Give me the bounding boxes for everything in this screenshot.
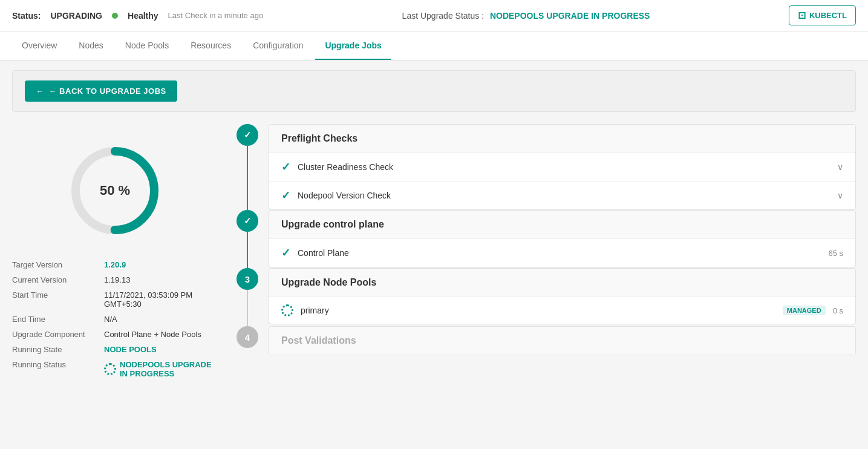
- step-connector: ✓: [232, 124, 263, 210]
- tab-upgrade-jobs[interactable]: Upgrade Jobs: [315, 32, 391, 60]
- step-connector: 4: [232, 326, 263, 348]
- step-circle: ✓: [237, 210, 258, 232]
- top-bar: Status: UPGRADING Healthy Last Check in …: [0, 0, 868, 31]
- step-item: primaryMANAGED0 s: [269, 297, 855, 324]
- tab-resources[interactable]: Resources: [181, 32, 241, 60]
- back-bar: ← ← BACK TO UPGRADE JOBS: [12, 70, 856, 112]
- tab-nodes[interactable]: Nodes: [69, 32, 113, 60]
- step-circle: 3: [237, 268, 258, 290]
- status-value: UPGRADING: [50, 11, 102, 21]
- step-header: Post Validations: [269, 327, 855, 355]
- step-card: Upgrade Node PoolsprimaryMANAGED0 s: [269, 268, 856, 324]
- donut-container: 50 %: [12, 124, 218, 257]
- step-item: ✓Nodepool Version Check∨: [269, 181, 855, 209]
- tab-node-pools[interactable]: Node Pools: [116, 32, 178, 60]
- step-connector: ✓: [232, 210, 263, 268]
- info-key: Current Version: [12, 275, 97, 284]
- info-row: Running StatusNODEPOOLS UPGRADE IN PROGR…: [12, 357, 218, 381]
- info-row: Current Version1.19.13: [12, 272, 218, 287]
- info-value[interactable]: NODE POOLS: [104, 345, 157, 354]
- back-to-upgrade-jobs-button[interactable]: ← ← BACK TO UPGRADE JOBS: [25, 80, 177, 102]
- step-line: [247, 146, 248, 210]
- step-header: Upgrade Node Pools: [269, 269, 855, 297]
- step-post-validations: 4Post Validations: [232, 326, 856, 355]
- info-value: 1.19.13: [104, 275, 130, 284]
- step-preflight: ✓Preflight Checks✓Cluster Readiness Chec…: [232, 124, 856, 210]
- nav-tabs: OverviewNodesNode PoolsResourcesConfigur…: [0, 31, 868, 61]
- expand-icon[interactable]: ∨: [837, 191, 843, 200]
- check-icon: ✓: [281, 246, 290, 260]
- step-item-label: Nodepool Version Check: [298, 191, 830, 200]
- step-card: Preflight Checks✓Cluster Readiness Check…: [269, 124, 856, 210]
- step-line: [247, 232, 248, 268]
- step-line: [247, 290, 248, 326]
- info-key: Start Time: [12, 290, 97, 309]
- step-circle: ✓: [237, 124, 258, 146]
- info-key: End Time: [12, 315, 97, 324]
- kubectl-button[interactable]: ⊡ KUBECTL: [789, 5, 856, 25]
- info-value[interactable]: NODEPOOLS UPGRADE IN PROGRESS: [104, 360, 218, 378]
- info-row: Target Version1.20.9: [12, 257, 218, 272]
- info-key: Target Version: [12, 260, 97, 269]
- donut-center-label: 50 %: [100, 183, 130, 198]
- upgrade-status-label: Last Upgrade Status :: [402, 11, 484, 21]
- spinner-icon: [104, 363, 116, 375]
- info-key: Running Status: [12, 360, 97, 378]
- health-dot: [112, 13, 118, 19]
- step-item-label: Control Plane: [298, 248, 821, 258]
- step-item-label: primary: [301, 306, 771, 315]
- step-node-pools: 3Upgrade Node PoolsprimaryMANAGED0 s: [232, 268, 856, 326]
- info-row: Start Time11/17/2021, 03:53:09 PM GMT+5:…: [12, 287, 218, 312]
- info-table: Target Version1.20.9Current Version1.19.…: [12, 257, 218, 381]
- right-panel: ✓Preflight Checks✓Cluster Readiness Chec…: [232, 124, 856, 355]
- status-label: Status:: [12, 11, 41, 21]
- check-icon: ✓: [281, 160, 290, 174]
- step-item-time: 65 s: [828, 249, 843, 258]
- expand-icon[interactable]: ∨: [837, 162, 843, 172]
- info-key: Upgrade Component: [12, 330, 97, 339]
- back-button-label: ← BACK TO UPGRADE JOBS: [49, 87, 166, 96]
- info-value: Control Plane + Node Pools: [104, 330, 201, 339]
- kubectl-icon: ⊡: [798, 10, 806, 21]
- left-panel: 50 % Target Version1.20.9Current Version…: [12, 124, 218, 381]
- last-check: Last Check in a minute ago: [168, 11, 264, 20]
- upgrade-status-value: NODEPOOLS UPGRADE IN PROGRESS: [490, 11, 650, 21]
- step-card: Post Validations: [269, 326, 856, 355]
- step-control-plane: ✓Upgrade control plane✓Control Plane65 s: [232, 210, 856, 268]
- back-arrow-icon: ←: [36, 87, 44, 96]
- step-item: ✓Control Plane65 s: [269, 238, 855, 267]
- main-content: ← ← BACK TO UPGRADE JOBS 50 % Target Ver…: [0, 61, 868, 391]
- spinner-icon: [281, 304, 293, 316]
- kubectl-label: KUBECTL: [809, 11, 847, 20]
- tab-overview[interactable]: Overview: [12, 32, 67, 60]
- content-row: 50 % Target Version1.20.9Current Version…: [12, 124, 856, 381]
- step-item-label: Cluster Readiness Check: [298, 162, 830, 172]
- step-circle: 4: [237, 326, 258, 348]
- step-connector: 3: [232, 268, 263, 326]
- info-key: Running State: [12, 345, 97, 354]
- info-value: 11/17/2021, 03:53:09 PM GMT+5:30: [104, 290, 218, 309]
- info-row: Upgrade ComponentControl Plane + Node Po…: [12, 327, 218, 342]
- info-value[interactable]: 1.20.9: [104, 260, 126, 269]
- info-row: End TimeN/A: [12, 312, 218, 327]
- step-item-time: 0 s: [833, 306, 843, 315]
- info-value-text: NODEPOOLS UPGRADE IN PROGRESS: [120, 360, 218, 378]
- health-text: Healthy: [128, 11, 158, 21]
- tab-configuration[interactable]: Configuration: [243, 32, 313, 60]
- step-card: Upgrade control plane✓Control Plane65 s: [269, 210, 856, 267]
- step-header: Preflight Checks: [269, 125, 855, 152]
- info-value: N/A: [104, 315, 117, 324]
- step-header: Upgrade control plane: [269, 211, 855, 238]
- check-icon: ✓: [281, 189, 290, 202]
- info-row: Running StateNODE POOLS: [12, 342, 218, 357]
- donut-wrapper: 50 %: [67, 142, 163, 239]
- step-item-badge: MANAGED: [783, 306, 826, 315]
- step-item: ✓Cluster Readiness Check∨: [269, 152, 855, 181]
